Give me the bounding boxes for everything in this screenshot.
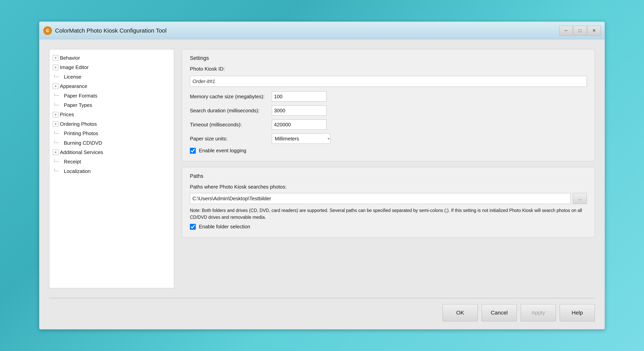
tree-indent: └─ bbox=[53, 130, 63, 136]
expander-icon: + bbox=[53, 112, 58, 117]
main-window: C ColorMatch Photo Kiosk Configuration T… bbox=[39, 21, 605, 330]
sidebar-item-paper-types[interactable]: └─ Paper Types bbox=[51, 100, 172, 110]
memory-row: Memory cache size (megabytes): bbox=[190, 91, 587, 102]
close-button[interactable]: ✕ bbox=[588, 26, 601, 35]
sidebar-item-label: Appearance bbox=[60, 83, 87, 90]
sidebar-tree: + Behavior + Image Editor └─ License + A… bbox=[49, 49, 174, 288]
title-bar: C ColorMatch Photo Kiosk Configuration T… bbox=[40, 22, 604, 39]
search-duration-input[interactable] bbox=[272, 105, 326, 116]
search-label: Search duration (milliseconds): bbox=[190, 108, 272, 114]
browse-button[interactable]: ... bbox=[573, 193, 587, 204]
sidebar-item-license[interactable]: └─ License bbox=[51, 72, 172, 81]
expander-icon: + bbox=[53, 83, 58, 89]
kiosk-id-input[interactable] bbox=[190, 76, 587, 87]
sidebar-item-label: Additional Services bbox=[60, 149, 103, 156]
sidebar-item-label: Ordering Photos bbox=[60, 120, 97, 127]
enable-logging-row: Enable event logging bbox=[190, 148, 587, 154]
sidebar-item-label: Image Editor bbox=[60, 64, 88, 71]
sidebar-item-label: Burning CD\DVD bbox=[64, 139, 102, 146]
sidebar-item-receipt[interactable]: └─ Receipt bbox=[51, 157, 172, 166]
sidebar-item-label: Paper Formats bbox=[64, 92, 98, 99]
sidebar-item-label: Receipt bbox=[64, 158, 81, 165]
kiosk-id-label: Photo Kiosk ID: bbox=[190, 66, 272, 72]
sidebar-item-image-editor[interactable]: + Image Editor bbox=[51, 63, 172, 72]
title-bar-left: C ColorMatch Photo Kiosk Configuration T… bbox=[43, 26, 166, 35]
cancel-button[interactable]: Cancel bbox=[482, 304, 517, 321]
sidebar-item-label: Printing Photos bbox=[64, 130, 98, 137]
sidebar-item-label: License bbox=[64, 73, 82, 80]
sidebar-item-ordering-photos[interactable]: + Ordering Photos bbox=[51, 119, 172, 129]
tree-indent: └─ bbox=[53, 159, 63, 165]
enable-folder-row: Enable folder selection bbox=[190, 224, 587, 230]
paths-section: Paths Paths where Photo Kiosk searches p… bbox=[182, 167, 595, 237]
expander-icon: + bbox=[53, 65, 58, 70]
expander-icon: + bbox=[53, 150, 58, 155]
apply-button[interactable]: Apply bbox=[521, 304, 556, 321]
content-area: + Behavior + Image Editor └─ License + A… bbox=[40, 39, 604, 294]
sidebar-item-prices[interactable]: + Prices bbox=[51, 110, 172, 119]
path-row: ... bbox=[190, 193, 587, 204]
settings-section: Settings Photo Kiosk ID: Memory cache si… bbox=[182, 49, 595, 161]
ok-button[interactable]: OK bbox=[442, 304, 478, 321]
settings-title: Settings bbox=[190, 55, 587, 61]
title-buttons: ─ □ ✕ bbox=[559, 26, 601, 35]
sidebar-item-label: Prices bbox=[60, 111, 74, 118]
tree-indent: └─ bbox=[53, 93, 63, 99]
main-panel: Settings Photo Kiosk ID: Memory cache si… bbox=[182, 49, 595, 288]
sidebar-item-paper-formats[interactable]: └─ Paper Formats bbox=[51, 91, 172, 100]
expander-icon: + bbox=[53, 121, 58, 127]
paper-units-select[interactable]: Millimeters Inches bbox=[272, 134, 330, 144]
enable-folder-label[interactable]: Enable folder selection bbox=[199, 224, 250, 230]
timeout-input[interactable] bbox=[272, 119, 326, 130]
timeout-row: Timeout (milliseconds): bbox=[190, 119, 587, 130]
memory-label: Memory cache size (megabytes): bbox=[190, 94, 272, 100]
app-icon: C bbox=[43, 26, 52, 35]
enable-folder-checkbox[interactable] bbox=[190, 224, 196, 230]
paths-title: Paths bbox=[190, 173, 587, 179]
sidebar-item-behavior[interactable]: + Behavior bbox=[51, 53, 172, 63]
tree-indent: └─ bbox=[53, 140, 63, 146]
path-input[interactable] bbox=[190, 193, 570, 204]
search-row: Search duration (milliseconds): bbox=[190, 105, 587, 116]
bottom-bar: OK Cancel Apply Help bbox=[40, 294, 604, 329]
sidebar-item-localization[interactable]: └─ Localization bbox=[51, 167, 172, 176]
tree-indent: └─ bbox=[53, 74, 63, 80]
sidebar-item-printing-photos[interactable]: └─ Printing Photos bbox=[51, 129, 172, 138]
tree-indent: └─ bbox=[53, 102, 63, 108]
timeout-label: Timeout (milliseconds): bbox=[190, 122, 272, 128]
sidebar-item-burning-cd-dvd[interactable]: └─ Burning CD\DVD bbox=[51, 138, 172, 148]
paper-units-label: Paper size units: bbox=[190, 136, 272, 142]
enable-logging-checkbox[interactable] bbox=[190, 148, 196, 154]
memory-input[interactable] bbox=[272, 91, 326, 102]
paper-units-row: Paper size units: Millimeters Inches bbox=[190, 134, 587, 144]
minimize-button[interactable]: ─ bbox=[559, 26, 572, 35]
paths-label: Paths where Photo Kiosk searches photos: bbox=[190, 184, 587, 190]
kiosk-id-row: Photo Kiosk ID: bbox=[190, 66, 587, 72]
help-button[interactable]: Help bbox=[560, 304, 595, 321]
window-title: ColorMatch Photo Kiosk Configuration Too… bbox=[55, 27, 166, 34]
sidebar-item-label: Behavior bbox=[60, 54, 80, 61]
tree-indent: └─ bbox=[53, 168, 63, 174]
expander-icon: + bbox=[53, 55, 58, 61]
enable-logging-label[interactable]: Enable event logging bbox=[199, 148, 246, 154]
separator bbox=[49, 298, 595, 298]
sidebar-item-additional-services[interactable]: + Additional Services bbox=[51, 148, 172, 157]
sidebar-item-appearance[interactable]: + Appearance bbox=[51, 81, 172, 91]
button-row: OK Cancel Apply Help bbox=[49, 304, 595, 321]
maximize-button[interactable]: □ bbox=[573, 26, 587, 35]
sidebar-item-label: Paper Types bbox=[64, 102, 92, 109]
paths-note: Note: Both folders and drives (CD, DVD, … bbox=[190, 207, 587, 221]
sidebar-item-label: Localization bbox=[64, 168, 90, 175]
